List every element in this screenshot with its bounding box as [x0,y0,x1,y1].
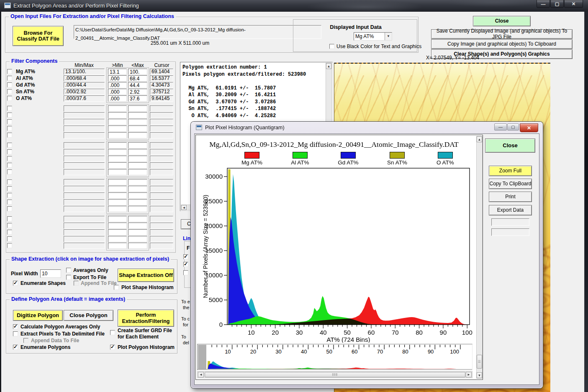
copy-to-clipboard-button[interactable]: Copy To ClipBoard [489,179,532,189]
filter-cursor-field [150,105,173,112]
filter-cursor-field [150,126,173,132]
empty-field-1 [491,218,529,226]
chart-scroll-down-icon[interactable]: ▼ [477,372,482,378]
enumerate-polygons-checkbox[interactable] [13,345,18,350]
export-data-button[interactable]: Export Data [489,205,532,215]
filter-pair-border [106,141,149,177]
clipped-text-4: for [183,322,188,327]
copy-clipboard-button[interactable]: Copy Image (and graphical objects) To Cl… [431,39,573,49]
chart-vscrollbar[interactable]: ▲ ☰ ▼ [476,136,483,379]
calc-averages-checkbox[interactable] [13,324,18,329]
svg-text:80: 80 [416,329,423,336]
perform-extraction-button[interactable]: Perform Extraction/Filtering [118,310,174,327]
filter-minmax-field [64,179,105,185]
save-jpg-button[interactable]: Save Currently Displayed Image (and grap… [431,29,573,39]
filter-row-checkbox[interactable] [7,179,12,184]
main-close-button[interactable]: Close [473,16,531,26]
chart-hscroll-thumb[interactable]: ⦀⦀⦀ [205,372,465,377]
plot-shape-histogram-checkbox[interactable] [114,285,119,290]
filter-row-checkbox[interactable] [7,216,12,221]
filter-minmax-field: .000/37.6 [64,95,105,102]
create-grd-checkbox[interactable] [110,330,115,335]
chart-scroll-right-icon[interactable]: ► [466,372,472,377]
maximize-icon[interactable]: ▢ [550,0,564,8]
filter-row-checkbox[interactable] [7,82,12,87]
histogram-maximize-icon[interactable]: ▢ [507,123,519,131]
black-color-checkbox[interactable] [329,44,334,49]
filter-cursor-field [150,169,173,175]
displayed-input-dropdown[interactable]: Mg AT% ▼ [354,32,392,41]
filter-row-checkbox[interactable] [7,149,12,154]
chart-navigator[interactable]: 102030405060708090100 [197,344,472,370]
filter-minmax-field [64,162,105,169]
chart-scroll-up-icon[interactable]: ▲ [477,136,482,142]
svg-text:40: 40 [320,329,327,336]
filter-row-checkbox[interactable] [7,133,12,138]
chart-hscrollbar[interactable]: ◄ ⦀⦀⦀ ► [197,371,472,378]
close-polygon-button[interactable]: Close Polygon [64,310,113,321]
averages-only-checkbox[interactable] [66,268,71,273]
browse-dat-button[interactable]: Browse For Classify DAT File [13,26,64,46]
filter-row-checkbox[interactable] [7,243,12,248]
black-color-label: Use Black Color for Text and Graphics [336,44,421,49]
filter-row-checkbox[interactable] [7,119,12,124]
clipped-checkbox-2[interactable] [183,262,188,267]
print-button[interactable]: Print [489,192,532,202]
log-scroll-up-icon[interactable]: ▲ [326,63,331,69]
filter-row-checkbox[interactable] [7,206,12,211]
filter-minmax-field [64,126,105,132]
filter-row-checkbox[interactable] [7,126,12,131]
extract-pixels-checkbox[interactable] [13,331,18,336]
zoom-full-button[interactable]: Zoom Full [489,166,532,176]
displayed-input-value: Mg AT% [355,33,374,39]
pixel-width-input[interactable] [40,269,61,278]
filter-row-checkbox[interactable] [7,89,12,94]
log-scroll-left-icon[interactable]: ◄ [181,205,187,210]
filter-row-checkbox[interactable] [7,106,12,111]
filter-header: Cursor [150,62,174,68]
filter-cursor-field [150,162,173,169]
main-window-titlebar[interactable]: Extract Polygon Areas and/or Perform Pix… [0,0,588,12]
minimize-icon[interactable]: — [537,0,550,8]
averages-only-label: Averages Only [73,267,108,273]
chevron-down-icon[interactable]: ▼ [385,33,392,40]
export-to-file-label: Export To File [73,274,106,280]
filter-minmax-field [64,112,105,118]
chart-vscroll-thumb[interactable]: ☰ [477,355,482,369]
digitize-polygon-button[interactable]: Digitize Polygon [13,310,63,321]
export-to-file-checkbox[interactable] [66,275,71,280]
histogram-window[interactable]: Plot Pixel Histogram (Quantigram) — ▢ ✕ … [191,122,543,388]
filter-row-checkbox[interactable] [7,193,12,198]
enumerate-shapes-checkbox[interactable] [13,281,18,286]
histogram-close-icon[interactable]: ✕ [520,123,538,132]
chart-scroll-left-icon[interactable]: ◄ [198,372,204,377]
plot-polygon-histogram-checkbox[interactable] [110,345,115,350]
filter-minmax-field [64,132,105,138]
filter-row-label: Al AT% [16,75,33,81]
clipped-checkbox-3[interactable] [183,270,188,275]
filter-cursor-field: .375712 [150,89,173,95]
filter-row-checkbox[interactable] [7,169,12,174]
enumerate-polygons-label: Enumerate Polygons [21,344,70,350]
clipped-checkbox-1[interactable] [183,254,188,259]
filter-row-checkbox[interactable] [7,156,12,161]
filter-cursor-field: 9.64145 [150,95,173,102]
filter-row-checkbox[interactable] [7,143,12,148]
close-icon[interactable]: ✕ [564,0,583,8]
filter-row-checkbox[interactable] [7,223,12,228]
filter-row-checkbox[interactable] [7,163,12,168]
filter-row-checkbox[interactable] [7,186,12,191]
filter-row-checkbox[interactable] [7,69,12,74]
svg-text:Number of Pixels (Array Size =: Number of Pixels (Array Size = 523980) [202,195,209,298]
filter-cursor-field [150,192,173,199]
filter-row-checkbox[interactable] [7,230,12,235]
histogram-minimize-icon[interactable]: — [494,123,507,131]
filter-row-checkbox[interactable] [7,113,12,118]
filter-row-checkbox[interactable] [7,96,12,101]
filter-row-label: O AT% [16,95,32,101]
filter-row-checkbox[interactable] [7,236,12,241]
shape-extraction-off-button[interactable]: Shape Extraction Off [118,269,174,282]
filter-row-checkbox[interactable] [7,200,12,205]
filter-row-checkbox[interactable] [7,76,12,81]
histogram-close-button[interactable]: Close [485,138,535,153]
